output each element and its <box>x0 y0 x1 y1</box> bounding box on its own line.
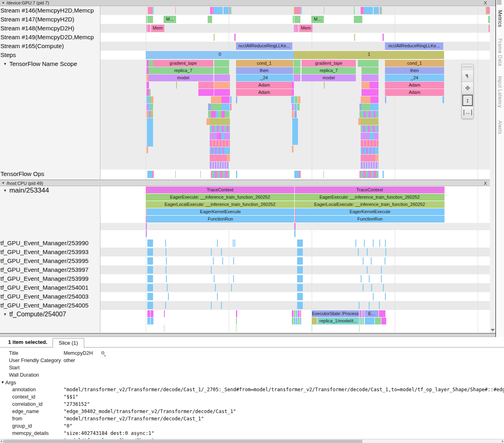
horizontal-scrollbar[interactable] <box>0 439 504 443</box>
trace-event[interactable] <box>200 171 201 178</box>
trace-event[interactable] <box>147 266 153 273</box>
trace-event[interactable]: EagerKernelExecute <box>296 208 444 215</box>
trace-event[interactable] <box>312 325 312 332</box>
pan-tool-button[interactable]: ✥ <box>462 82 473 94</box>
trace-event[interactable] <box>151 318 153 324</box>
trace-event[interactable] <box>296 310 298 317</box>
trace-event[interactable] <box>294 171 299 178</box>
trace-event[interactable]: _24 <box>236 74 292 81</box>
cpu-section-header[interactable]: ▼/host:CPU (pid 49)X <box>0 180 495 186</box>
trace-event[interactable] <box>292 310 293 317</box>
track-label[interactable]: tf_GPU_Event_Manager/254005 <box>0 301 100 310</box>
trace-event[interactable] <box>487 7 490 14</box>
trace-event[interactable] <box>354 34 355 41</box>
trace-event[interactable] <box>147 25 147 32</box>
trace-event[interactable]: Adam <box>236 82 292 89</box>
trace-event[interactable] <box>214 34 215 41</box>
trace-event[interactable] <box>381 7 382 14</box>
trace-event[interactable] <box>151 104 153 110</box>
trace-event[interactable] <box>385 257 385 265</box>
trace-event[interactable] <box>375 155 379 161</box>
trace-event[interactable] <box>210 140 230 147</box>
trace-event[interactable] <box>300 310 301 317</box>
trace-event[interactable] <box>233 257 234 265</box>
trace-event[interactable] <box>214 7 223 14</box>
trace-event[interactable] <box>146 223 147 230</box>
trace-event[interactable] <box>168 293 169 300</box>
trace-event[interactable] <box>362 67 379 74</box>
trace-event[interactable]: Adam <box>236 89 292 96</box>
track-label[interactable]: Stream #149(MemcpyD2D,Memcp <box>0 33 100 42</box>
trace-event[interactable] <box>369 275 370 282</box>
trace-event[interactable] <box>236 171 237 178</box>
trace-event[interactable] <box>236 318 237 324</box>
track-label[interactable]: tf_GPU_Event_Manager/253990 <box>0 239 100 248</box>
trace-event[interactable]: Adam <box>385 82 444 89</box>
trace-event[interactable] <box>324 82 325 89</box>
trace-event[interactable] <box>365 318 374 324</box>
trace-event[interactable] <box>297 266 303 273</box>
trace-event[interactable] <box>230 104 232 110</box>
trace-event[interactable] <box>214 74 230 81</box>
trace-event[interactable] <box>175 171 176 178</box>
trace-event[interactable]: 1 <box>294 51 444 59</box>
trace-event[interactable] <box>374 133 379 140</box>
trace-event[interactable] <box>166 248 166 256</box>
trace-event[interactable] <box>294 104 297 110</box>
track-label[interactable]: tf_GPU_Event_Manager/253999 <box>0 274 100 283</box>
trace-event[interactable] <box>146 230 147 237</box>
trace-event[interactable]: EagerExecute: __inference_train_function… <box>295 194 444 201</box>
trace-event[interactable] <box>295 96 298 103</box>
trace-event[interactable] <box>298 310 300 317</box>
trace-event[interactable] <box>359 318 361 324</box>
trace-event[interactable] <box>151 96 153 103</box>
trace-event[interactable] <box>295 7 301 14</box>
trace-event[interactable]: ExecutorState::Process <box>312 310 359 317</box>
trace-event[interactable] <box>147 118 153 146</box>
track-label[interactable]: ▼main/253344 <box>0 186 100 239</box>
trace-event[interactable]: TraceContext <box>146 187 294 193</box>
trace-event[interactable] <box>359 171 379 178</box>
trace-event[interactable] <box>226 147 230 154</box>
trace-event[interactable] <box>234 34 236 41</box>
trace-event[interactable] <box>312 318 317 324</box>
trace-event[interactable] <box>149 67 153 74</box>
trace-event[interactable]: replica_1/model/t... <box>317 318 359 324</box>
trace-event[interactable] <box>211 96 221 103</box>
trace-event[interactable] <box>147 146 148 153</box>
trace-event[interactable] <box>381 318 386 324</box>
trace-event[interactable] <box>210 155 227 161</box>
trace-event[interactable] <box>227 155 230 161</box>
trace-event[interactable] <box>218 111 221 118</box>
trace-event[interactable] <box>297 240 303 247</box>
trace-event[interactable]: Mem <box>151 25 164 32</box>
trace-event[interactable]: then <box>236 67 292 74</box>
trace-event[interactable]: 0 <box>146 51 294 59</box>
scroll-left-arrow-icon[interactable] <box>0 440 2 443</box>
magnifier-icon[interactable] <box>101 351 106 356</box>
trace-event[interactable] <box>147 310 150 317</box>
track-label[interactable]: Stream #148(MemcpyD2H) <box>0 24 100 33</box>
trace-event[interactable]: then <box>385 67 444 74</box>
trace-event[interactable] <box>165 302 166 309</box>
trace-event[interactable] <box>294 310 296 317</box>
trace-event[interactable] <box>374 7 379 14</box>
trace-event[interactable]: replica_7 <box>302 67 356 74</box>
trace-event[interactable] <box>294 230 296 237</box>
trace-event[interactable] <box>147 171 152 178</box>
trace-event[interactable] <box>298 318 300 324</box>
trace-event[interactable] <box>358 248 359 256</box>
trace-event[interactable] <box>164 325 164 332</box>
trace-event[interactable] <box>323 171 324 178</box>
trace-event[interactable] <box>221 118 230 125</box>
trace-event[interactable] <box>175 7 176 14</box>
trace-event[interactable]: cond_1 <box>236 60 292 67</box>
trace-event[interactable] <box>362 89 379 96</box>
collapse-arrow-icon[interactable]: ▼ <box>3 310 7 319</box>
trace-event[interactable] <box>362 82 370 89</box>
trace-event[interactable] <box>359 310 361 317</box>
vertical-scrollbar[interactable] <box>490 6 495 333</box>
track-label[interactable]: TensorFlow Ops <box>0 170 100 180</box>
trace-event[interactable] <box>361 155 375 161</box>
trace-event[interactable] <box>149 74 153 81</box>
